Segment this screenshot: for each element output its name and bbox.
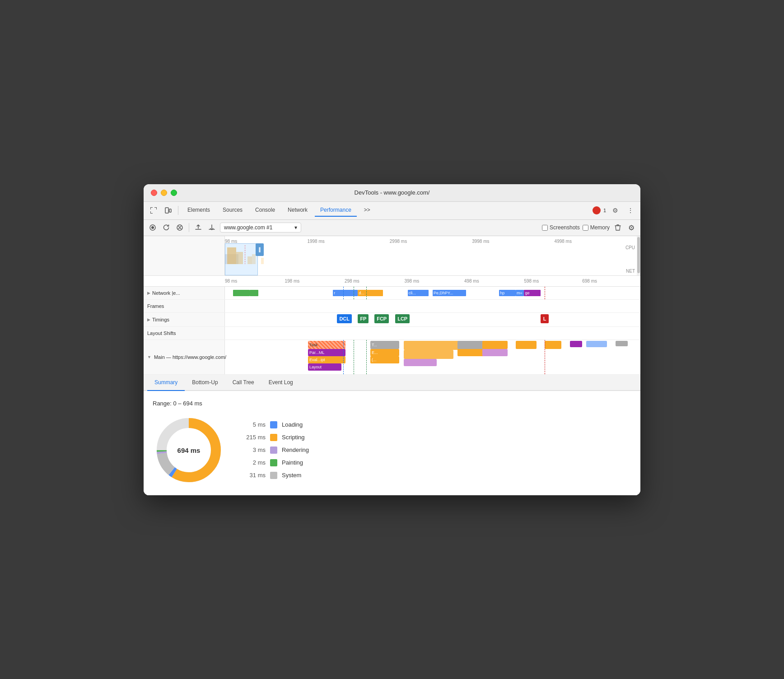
purple-3 <box>482 349 507 356</box>
inspect-element-button[interactable] <box>147 204 160 217</box>
error-count: 1 <box>603 208 606 213</box>
reload-button[interactable] <box>161 222 172 233</box>
devtools-window: DevTools - www.google.com/ <box>144 184 640 495</box>
trash-button[interactable] <box>612 222 623 233</box>
lcp-badge: LCP <box>395 314 410 323</box>
toolbar-divider-1 <box>189 223 189 232</box>
net-item-pe: Pe,DhPY... <box>433 290 466 296</box>
system-color <box>270 472 277 479</box>
record-button[interactable] <box>147 222 158 233</box>
network-content: r d... cli... Pe,DhPY... hp m= ge <box>225 287 640 299</box>
maximize-button[interactable] <box>171 190 177 196</box>
summary-legend: 5 ms Loading 215 ms Scripting 3 ms Rende… <box>243 421 309 479</box>
paren-block: (... <box>370 356 399 363</box>
tab-network[interactable]: Network <box>282 204 313 217</box>
layout-shifts-label[interactable]: Layout Shifts <box>144 327 225 340</box>
legend-rendering: 3 ms Rendering <box>243 446 309 454</box>
download-button[interactable] <box>206 222 217 233</box>
legend-painting: 2 ms Painting <box>243 459 309 466</box>
tick-2: 298 ms <box>345 279 359 284</box>
svg-point-8 <box>594 208 599 213</box>
tab-sources[interactable]: Sources <box>217 204 248 217</box>
device-toggle-button[interactable] <box>162 204 174 217</box>
url-selector[interactable]: www.google.com #1 ▾ <box>220 223 301 233</box>
screenshots-label: Screenshots <box>550 224 580 231</box>
network-label[interactable]: ▶ Network |e... <box>144 287 225 299</box>
e-block: E... <box>370 349 399 356</box>
perf-settings-button[interactable]: ⚙ <box>626 222 637 233</box>
net-item-hp: hp <box>499 290 516 296</box>
fp-badge: FP <box>358 314 369 323</box>
tab-more[interactable]: >> <box>359 204 376 217</box>
tab-elements[interactable]: Elements <box>182 204 215 217</box>
nav-divider-1 <box>178 206 178 215</box>
loading-label: Loading <box>282 421 303 428</box>
layout-shifts-track: Layout Shifts <box>144 327 640 340</box>
dcl-badge: DCL <box>337 314 352 323</box>
gray-2 <box>616 341 628 346</box>
svg-rect-7 <box>169 209 171 212</box>
upload-button[interactable] <box>193 222 204 233</box>
tab-bottom-up[interactable]: Bottom-Up <box>185 375 225 391</box>
legend-system: 31 ms System <box>243 472 309 479</box>
layout-shifts-content <box>225 327 640 340</box>
loading-color <box>270 421 277 428</box>
summary-content: Range: 0 – 694 ms <box>144 391 640 495</box>
svg-rect-6 <box>165 208 168 213</box>
screenshots-checkbox-group: Screenshots <box>542 224 580 231</box>
net-item-2 <box>250 290 258 296</box>
scripting-ms: 215 ms <box>243 434 266 441</box>
scrollbar-thumb[interactable] <box>637 237 640 273</box>
main-track: ▼ Main — https://www.google.com/ Task Pa… <box>144 340 640 375</box>
legend-loading: 5 ms Loading <box>243 421 309 428</box>
net-item-1 <box>233 290 250 296</box>
timings-track: ▶ Timings DCL FP FCP LCP L <box>144 313 640 327</box>
performance-toolbar: www.google.com #1 ▾ Screenshots Memory ⚙ <box>144 220 640 236</box>
eval-block: Eval...ipt <box>308 356 345 363</box>
frames-track: Frames <box>144 300 640 313</box>
svg-rect-1 <box>150 207 151 209</box>
tab-call-tree[interactable]: Call Tree <box>225 375 261 391</box>
minimize-button[interactable] <box>161 190 167 196</box>
selected-range <box>225 243 258 275</box>
tick-3: 398 ms <box>404 279 419 284</box>
scripting-label: Scripting <box>282 434 305 441</box>
url-dropdown-icon: ▾ <box>294 224 297 231</box>
tab-performance[interactable]: Performance <box>315 204 357 217</box>
rendering-ms: 3 ms <box>243 446 266 453</box>
frames-label[interactable]: Frames <box>144 300 225 312</box>
tick-5: 598 ms <box>524 279 539 284</box>
painting-ms: 2 ms <box>243 459 266 466</box>
clear-button[interactable] <box>174 222 185 233</box>
settings-nav-button[interactable]: ⚙ <box>609 204 621 217</box>
main-label[interactable]: ▼ Main — https://www.google.com/ <box>144 340 225 374</box>
tab-console[interactable]: Console <box>250 204 280 217</box>
range-text: Range: 0 – 694 ms <box>153 400 631 407</box>
memory-checkbox[interactable] <box>583 225 588 231</box>
tab-event-log[interactable]: Event Log <box>261 375 300 391</box>
tick-6: 698 ms <box>582 279 597 284</box>
scrollbar-track <box>637 236 640 275</box>
main-label-text: Main — https://www.google.com/ <box>154 354 226 360</box>
error-badge <box>593 206 601 214</box>
tick-4: 498 ms <box>464 279 479 284</box>
net-item-d: d... <box>358 290 383 296</box>
pause-marker: ‖ <box>256 243 264 256</box>
tab-summary[interactable]: Summary <box>147 375 185 391</box>
screenshots-checkbox[interactable] <box>542 225 548 231</box>
nav-bar: Elements Sources Console Network Perform… <box>144 202 640 220</box>
close-button[interactable] <box>151 190 157 196</box>
svg-rect-5 <box>150 213 153 214</box>
layout-block: Layout <box>308 363 341 371</box>
memory-label: Memory <box>590 224 610 231</box>
t-block: T... <box>370 341 399 349</box>
network-label-text: Network |e... <box>152 290 180 296</box>
frames-label-text: Frames <box>147 303 164 309</box>
more-options-button[interactable]: ⋮ <box>624 204 637 217</box>
net-item-m: m= <box>516 290 524 296</box>
yellow-2 <box>404 350 453 359</box>
traffic-lights <box>151 190 177 196</box>
timings-label[interactable]: ▶ Timings <box>144 313 225 326</box>
main-content: Task Par...ML Eval...ipt Layout T... E..… <box>225 340 640 374</box>
purple-2 <box>404 359 437 366</box>
